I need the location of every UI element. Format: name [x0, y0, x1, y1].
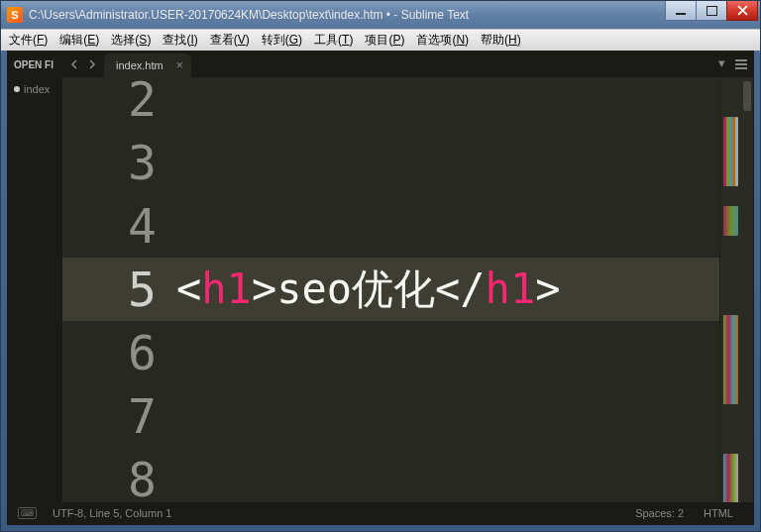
tab-overflow-icon[interactable]: ▾: [718, 55, 725, 70]
menu-find[interactable]: 查找(I): [157, 30, 203, 51]
status-syntax[interactable]: HTML: [694, 507, 743, 519]
sidebar-item-openfile[interactable]: index: [8, 81, 62, 97]
minimap[interactable]: [719, 77, 741, 502]
line-number: 3: [62, 131, 176, 194]
console-icon[interactable]: ⌨: [18, 507, 37, 519]
hamburger-icon[interactable]: [729, 52, 753, 77]
tabs: index.htm × ▾: [104, 52, 729, 77]
tab-row: OPEN FI index.htm × ▾: [8, 52, 753, 77]
editor-body: index 2 3 4 5 6 7 8: [8, 77, 753, 502]
editor-wrap: 2 3 4 5 6 7 8 <h1>seo优化</h1>: [62, 77, 753, 502]
minimap-region: [723, 454, 738, 502]
menu-tools[interactable]: 工具(T): [308, 30, 359, 51]
minimize-button[interactable]: [665, 1, 697, 21]
sidebar: index: [8, 77, 62, 502]
vertical-scrollbar[interactable]: [741, 77, 753, 502]
statusbar: ⌨ UTF-8, Line 5, Column 1 Spaces: 2 HTML: [8, 502, 753, 524]
open-files-header: OPEN FI: [8, 52, 62, 77]
status-indent[interactable]: Spaces: 2: [625, 507, 694, 519]
line-number: 6: [62, 321, 176, 384]
history-nav: [62, 52, 104, 77]
line-number: 7: [62, 384, 176, 448]
line-number: 8: [62, 448, 176, 502]
back-icon[interactable]: [68, 58, 80, 70]
code-line-5[interactable]: <h1>seo优化</h1>: [176, 258, 719, 321]
code-editor[interactable]: 2 3 4 5 6 7 8 <h1>seo优化</h1>: [62, 77, 719, 502]
tab-index-htm[interactable]: index.htm ×: [104, 53, 191, 77]
scrollbar-thumb[interactable]: [743, 81, 751, 111]
menu-select[interactable]: 选择(S): [105, 30, 157, 51]
sidebar-item-label: index: [24, 83, 50, 95]
window-controls: [666, 1, 758, 21]
menu-project[interactable]: 项目(P): [359, 30, 410, 51]
tab-label: index.htm: [116, 59, 163, 71]
forward-icon[interactable]: [86, 58, 98, 70]
tab-close-icon[interactable]: ×: [176, 58, 183, 72]
line-number-current: 5: [62, 258, 176, 321]
menu-view[interactable]: 查看(V): [204, 30, 256, 51]
menu-help[interactable]: 帮助(H): [475, 30, 527, 51]
maximize-button[interactable]: [696, 1, 727, 21]
minimap-region: [723, 206, 738, 236]
menu-edit[interactable]: 编辑(E): [54, 30, 105, 51]
window-frame: S C:\Users\Administrator.USER-20170624KM…: [0, 0, 761, 532]
code-content[interactable]: <h1>seo优化</h1>: [176, 77, 719, 502]
titlebar[interactable]: S C:\Users\Administrator.USER-20170624KM…: [1, 1, 760, 29]
menubar: 文件(F) 编辑(E) 选择(S) 查找(I) 查看(V) 转到(G) 工具(T…: [1, 29, 760, 51]
status-encoding-position[interactable]: UTF-8, Line 5, Column 1: [43, 507, 181, 519]
close-button[interactable]: [726, 1, 758, 21]
minimap-region: [723, 315, 738, 404]
minimap-region: [723, 117, 738, 186]
menu-preferences[interactable]: 首选项(N): [410, 30, 475, 51]
line-number: 2: [62, 77, 176, 131]
menu-goto[interactable]: 转到(G): [256, 30, 308, 51]
app-icon: S: [7, 7, 23, 23]
menu-file[interactable]: 文件(F): [3, 30, 54, 51]
gutter: 2 3 4 5 6 7 8: [62, 77, 176, 502]
client-area: OPEN FI index.htm × ▾ index: [7, 51, 754, 525]
modified-dot-icon: [14, 86, 20, 92]
window-title: C:\Users\Administrator.USER-20170624KM\D…: [29, 8, 469, 22]
line-number: 4: [62, 194, 176, 258]
